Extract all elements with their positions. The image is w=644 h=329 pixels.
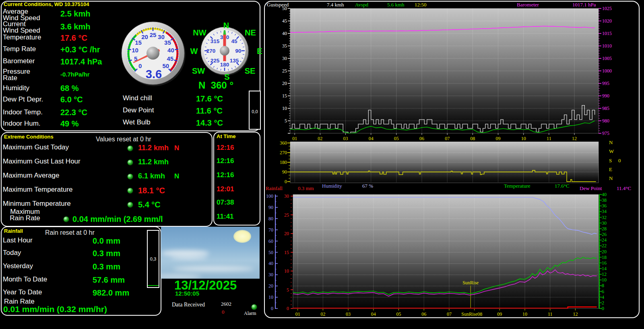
cc-derived-value: 17.6 °C [196, 94, 223, 103]
svg-text:40: 40 [602, 192, 607, 197]
cc-row-value: -0.7hPa/hr [60, 71, 90, 78]
svg-text:10: 10 [521, 136, 526, 141]
svg-text:05: 05 [394, 136, 399, 141]
svg-text:40: 40 [282, 31, 287, 36]
svg-text:09: 09 [497, 311, 502, 317]
svg-text:1020: 1020 [602, 18, 612, 24]
svg-text:07: 07 [447, 311, 452, 317]
at-time-value: 11:41 [217, 213, 234, 221]
svg-text:10: 10 [284, 268, 289, 274]
svg-text:1005: 1005 [602, 56, 612, 61]
top-chart-header-item: Barometer [517, 2, 539, 8]
top-chart-header-item: 12:50 [415, 2, 427, 8]
cc-row-label: Indoor Hum. [3, 120, 41, 127]
at-time-value: 07:38 [217, 199, 234, 207]
svg-text:SunRise: SunRise [462, 280, 479, 286]
rainfall-row-label: Year To Date [3, 289, 42, 296]
bottom-chart-header-item: Rainfall [266, 185, 283, 192]
svg-text:28: 28 [602, 226, 607, 232]
svg-text:10: 10 [602, 277, 607, 283]
at-time-value: 12:16 [217, 144, 234, 152]
svg-text:04: 04 [371, 311, 376, 317]
rainfall-row-label: Yesterday [3, 263, 33, 269]
svg-text:12: 12 [602, 271, 607, 277]
cc-derived-value: 11.6 °C [196, 106, 223, 116]
status-led [127, 145, 133, 151]
extreme-row-label: Minimum Temperature [3, 201, 71, 207]
extreme-row-label: Maximum Gust Last Hour [3, 158, 80, 165]
cc-row-value: 17.6 °C [60, 33, 87, 43]
svg-text:975: 975 [602, 130, 609, 136]
extreme-row-label: Maximum Average [3, 172, 59, 179]
svg-text:20: 20 [282, 81, 287, 86]
cc-row-label: Temperature [3, 34, 41, 41]
svg-text:S: S [609, 157, 612, 163]
svg-text:40: 40 [268, 261, 273, 266]
cc-row-label: Pressure Rate [3, 68, 30, 81]
svg-text:N: N [609, 175, 613, 181]
top-chart-header-item: 7.4 kmh [327, 2, 344, 8]
svg-text:90: 90 [268, 205, 273, 210]
svg-text:1015: 1015 [602, 31, 612, 36]
svg-text:180: 180 [280, 159, 287, 165]
svg-text:06: 06 [421, 311, 426, 317]
cc-row-value: 68 % [60, 84, 79, 93]
cc-row-label: Current Wind Speed [3, 21, 40, 34]
svg-text:70: 70 [268, 227, 273, 233]
svg-text:2: 2 [602, 300, 604, 306]
svg-text:0: 0 [602, 306, 604, 311]
svg-text:60: 60 [268, 238, 273, 244]
cc-row-value: 1017.4 hPa [60, 57, 102, 66]
status-led [127, 188, 133, 194]
cc-derived-label: Wet Bulb [123, 119, 151, 126]
svg-text:100: 100 [266, 193, 273, 199]
rain-rate-value: 0.01 mm/min (0.32 mm/hr) [3, 304, 107, 314]
svg-text:4: 4 [602, 294, 604, 300]
svg-text:10: 10 [268, 294, 273, 300]
svg-text:25: 25 [284, 212, 289, 218]
svg-text:09: 09 [496, 136, 501, 141]
svg-text:12: 12 [573, 311, 578, 317]
rainfall-row-value: 57.6 mm [93, 275, 125, 285]
status-led [127, 202, 133, 208]
cc-row-value: 49 % [60, 119, 79, 128]
svg-text:15: 15 [284, 250, 289, 255]
svg-text:25: 25 [282, 68, 287, 74]
bottom-chart-header-item: 11.4°C [617, 185, 631, 192]
cc-row-label: Dew Pt Depr. [3, 96, 43, 103]
svg-text:01: 01 [292, 136, 297, 141]
rainfall-row-value: 982.0 mm [93, 288, 129, 298]
svg-text:18: 18 [602, 255, 607, 260]
svg-text:0: 0 [271, 306, 273, 311]
cc-row-value: 6.0 °C [60, 95, 83, 104]
extreme-row-label: Maximum Gust Today [3, 144, 69, 151]
rainfall-row-value: 0.3 mm [93, 262, 120, 271]
svg-text:34: 34 [602, 209, 607, 214]
svg-text:E: E [609, 166, 612, 172]
extreme-row-value: 0.04 mm/min (2.69 mm/l [72, 215, 163, 224]
cc-row-label: Average Wind Speed [3, 8, 40, 21]
svg-text:20: 20 [268, 283, 273, 289]
extreme-row-direction: N [174, 144, 179, 152]
svg-text:0: 0 [287, 306, 289, 311]
rainfall-row-label: Today [3, 250, 21, 256]
status-led [127, 159, 133, 166]
svg-text:07: 07 [445, 136, 450, 141]
svg-text:14: 14 [602, 266, 607, 271]
svg-text:04: 04 [369, 136, 374, 141]
svg-text:05: 05 [396, 311, 401, 317]
svg-text:SunRise08: SunRise08 [461, 311, 482, 317]
svg-text:0: 0 [285, 179, 287, 184]
svg-text:20: 20 [284, 231, 289, 236]
svg-text:11: 11 [547, 136, 551, 141]
bottom-chart-header-item: Temperature [504, 183, 530, 189]
status-led [63, 216, 69, 222]
svg-text:36: 36 [602, 203, 607, 209]
svg-text:08: 08 [470, 136, 475, 141]
svg-text:N: N [609, 139, 613, 145]
bottom-chart-header-item: Humidity [322, 183, 342, 189]
svg-text:360: 360 [280, 140, 287, 146]
bottom-chart-header-item: 0.3 mm [298, 185, 314, 192]
weather-display-dashboard: Current Conditions, WD 10.375104 Extreme… [0, 0, 644, 329]
top-chart-header-item: Gustspeed [267, 2, 289, 8]
